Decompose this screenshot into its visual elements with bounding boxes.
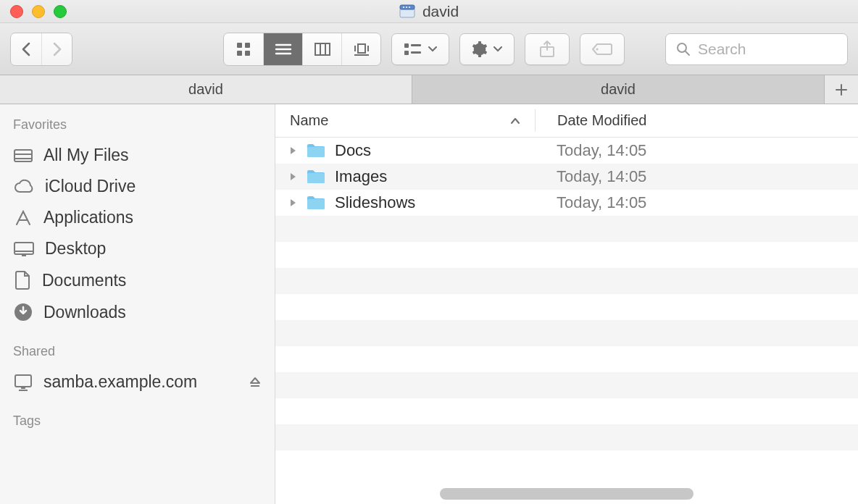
desktop-icon (13, 240, 35, 258)
column-header-date[interactable]: Date Modified (536, 112, 858, 129)
sidebar-item-label: Downloads (43, 303, 126, 322)
svg-rect-41 (307, 147, 325, 157)
svg-point-24 (596, 48, 598, 50)
file-date: Today, 14:05 (557, 141, 646, 159)
search-input[interactable] (698, 41, 837, 58)
tab-0-label: david (188, 81, 223, 98)
svg-rect-19 (404, 43, 409, 48)
tab-1-label: david (601, 81, 636, 98)
svg-rect-0 (400, 8, 415, 17)
zoom-window-button[interactable] (54, 5, 67, 18)
svg-rect-33 (14, 243, 33, 254)
server-share-icon (399, 4, 415, 19)
sidebar-group-tags: Tags (0, 413, 275, 436)
titlebar: david (0, 0, 858, 23)
sidebar-item-applications[interactable]: Applications (0, 202, 275, 233)
svg-line-26 (686, 51, 689, 55)
sort-ascending-icon (510, 117, 520, 125)
column-header-name-label: Name (290, 112, 328, 129)
horizontal-scrollbar[interactable] (275, 488, 858, 500)
svg-point-4 (409, 7, 410, 8)
svg-rect-37 (15, 375, 31, 387)
column-header-name[interactable]: Name (275, 112, 535, 129)
view-column-button[interactable] (302, 33, 341, 65)
file-date: Today, 14:05 (557, 193, 646, 211)
new-tab-button[interactable] (825, 75, 858, 104)
tab-0[interactable]: david (0, 75, 412, 104)
cloud-icon (13, 179, 35, 195)
file-list: Docs Today, 14:05 Images Today, 14:05 Sl… (275, 138, 858, 504)
file-name: Images (335, 167, 387, 186)
disclosure-triangle-icon[interactable] (288, 172, 297, 182)
file-row[interactable]: Docs Today, 14:05 (275, 138, 858, 164)
view-icon-button[interactable] (224, 33, 263, 65)
svg-rect-12 (315, 43, 330, 55)
tags-button[interactable] (580, 33, 625, 65)
svg-point-2 (403, 7, 404, 8)
close-window-button[interactable] (10, 5, 23, 18)
sidebar-item-desktop[interactable]: Desktop (0, 233, 275, 264)
search-icon (676, 42, 691, 56)
all-my-files-icon (13, 147, 33, 164)
file-name: Slideshows (335, 193, 415, 212)
view-mode-selector (223, 33, 381, 66)
sidebar-group-shared: Shared (0, 344, 275, 366)
view-list-button[interactable] (263, 33, 302, 65)
sidebar-group-favorites: Favorites (0, 117, 275, 140)
sidebar-item-label: Desktop (45, 239, 106, 259)
back-button[interactable] (11, 33, 41, 65)
sidebar-item-icloud-drive[interactable]: iCloud Drive (0, 171, 275, 202)
sidebar: Favorites All My Files iCloud Drive Appl… (0, 104, 275, 504)
file-row[interactable]: Images Today, 14:05 (275, 164, 858, 190)
svg-rect-1 (400, 5, 415, 9)
svg-rect-29 (14, 150, 32, 161)
column-headers: Name Date Modified (275, 104, 858, 138)
group-by-button[interactable] (391, 33, 449, 65)
folder-icon (306, 195, 326, 211)
sidebar-item-label: All My Files (43, 146, 129, 165)
svg-rect-7 (237, 51, 242, 56)
sidebar-item-all-my-files[interactable]: All My Files (0, 140, 275, 171)
svg-rect-20 (404, 51, 409, 55)
scrollbar-thumb[interactable] (440, 488, 694, 500)
svg-rect-5 (237, 43, 242, 48)
svg-rect-21 (411, 44, 421, 46)
nav-buttons (10, 33, 72, 66)
svg-point-25 (678, 43, 686, 52)
minimize-window-button[interactable] (32, 5, 45, 18)
eject-icon[interactable] (249, 376, 262, 389)
file-browser: Name Date Modified Docs Today, 14:05 (275, 104, 858, 504)
action-menu-button[interactable] (459, 33, 515, 65)
svg-rect-42 (307, 173, 325, 183)
svg-rect-22 (411, 51, 421, 54)
file-row[interactable]: Slideshows Today, 14:05 (275, 190, 858, 216)
share-button[interactable] (525, 33, 570, 65)
sidebar-item-label: iCloud Drive (45, 177, 136, 196)
column-header-date-label: Date Modified (557, 112, 646, 128)
file-name: Docs (335, 141, 371, 160)
toolbar (0, 23, 858, 75)
sidebar-item-label: Applications (43, 208, 133, 227)
server-icon (13, 373, 33, 392)
svg-rect-8 (245, 51, 250, 56)
applications-icon (13, 209, 33, 227)
disclosure-triangle-icon[interactable] (288, 198, 297, 208)
search-field[interactable] (665, 33, 848, 65)
sidebar-item-downloads[interactable]: Downloads (0, 296, 275, 328)
file-date: Today, 14:05 (557, 167, 646, 185)
sidebar-item-server[interactable]: samba.example.com (0, 366, 275, 398)
disclosure-triangle-icon[interactable] (288, 146, 297, 156)
sidebar-item-documents[interactable]: Documents (0, 264, 275, 296)
svg-rect-15 (358, 44, 365, 53)
forward-button[interactable] (41, 33, 72, 65)
svg-rect-6 (245, 43, 250, 48)
sidebar-item-label: Documents (42, 271, 126, 290)
view-coverflow-button[interactable] (341, 33, 380, 65)
tab-1[interactable]: david (412, 75, 825, 104)
svg-point-3 (406, 7, 407, 8)
svg-rect-43 (307, 199, 325, 209)
documents-icon (13, 270, 32, 290)
tab-bar: david david (0, 75, 858, 104)
downloads-icon (13, 302, 33, 322)
sidebar-item-label: samba.example.com (43, 372, 197, 392)
